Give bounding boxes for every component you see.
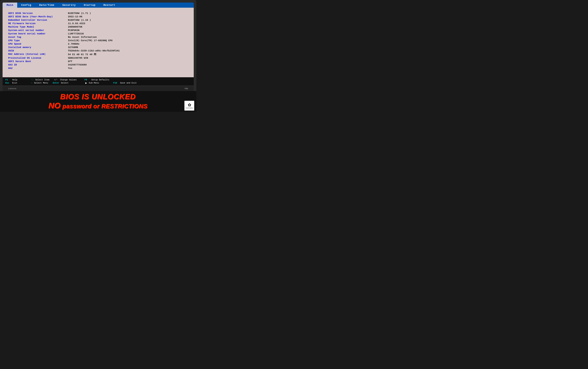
key-f1: F1 <box>5 79 10 81</box>
desc-submenu: Sub-Menu <box>89 82 112 84</box>
password-text: password or RESTRICTIONS <box>61 103 148 110</box>
table-row: System board serial number L1HF77Z021K <box>8 32 188 36</box>
table-row: Embedded Controller Version N1EHT38W (1.… <box>8 19 188 22</box>
table-row: CPU Speed 2.700GHz <box>8 42 188 46</box>
value-mac-address: 54 E1 AD 61 72 49 問 <box>68 53 96 56</box>
label-select-menu: Select Menu <box>34 82 51 84</box>
table-row: UEFI BIOS Date (Year-Month-Day) 2022-12-… <box>8 15 188 19</box>
value-system-board-serial: L1HF77Z021K <box>68 32 84 35</box>
value-oa2: Yes <box>68 67 72 70</box>
label-cpu-type: CPU Type <box>8 39 68 42</box>
key-esc: Esc <box>5 82 10 84</box>
table-row: System-unit serial number PC0PU03N <box>8 29 188 32</box>
table-row: MAC Address (Internal LAN) 54 E1 AD 61 7… <box>8 52 188 56</box>
label-mac-address: MAC Address (Internal LAN) <box>8 53 68 56</box>
sep-plusminus: +/- <box>54 79 58 81</box>
overlay-container: BIOS IS UNLOCKED NO password or RESTRICT… <box>0 91 196 112</box>
key-f10: F10 <box>113 82 118 84</box>
bios-nav: Main Config Date/Time Security Startup R… <box>2 2 194 8</box>
desc-select: Select <box>61 82 84 84</box>
table-row: UUID f828eb4c-3239-11b2-a85c-90cfb239f24… <box>8 49 188 52</box>
label-oa3-id: OA3 ID <box>8 64 68 66</box>
label-machine-type: Machine Type Model <box>8 26 68 28</box>
label-uuid: UUID <box>8 50 68 52</box>
label-ec-version: Embedded Controller Version <box>8 19 68 21</box>
value-secure-boot: Off <box>68 60 72 63</box>
label-installed-memory: Installed memory <box>8 46 68 49</box>
value-cpu-speed: 2.700GHz <box>68 43 80 45</box>
value-installed-memory: 32768MB <box>68 46 78 49</box>
label-asset-tag: Asset Tag <box>8 36 68 39</box>
bios-screen: Main Config Date/Time Security Startup R… <box>2 2 194 86</box>
table-row: UEFI Secure Boot Off <box>8 60 188 63</box>
table-row: Machine Type Model 20EN0007UK <box>8 25 188 29</box>
flower-icon: ✿ <box>188 103 191 107</box>
no-text: NO <box>49 101 61 110</box>
value-uuid: f828eb4c-3239-11b2-a85c-90cfb239f241 <box>68 50 120 52</box>
table-row: OA3 ID 3425077783689 <box>8 63 188 67</box>
label-exit: Exit <box>12 82 29 84</box>
label-select-item: Select Item <box>35 79 52 81</box>
laptop-bottom-bar: Lenovo P50 <box>2 86 194 91</box>
key-enter: Enter <box>53 82 59 84</box>
value-asset-tag: No Asset Information <box>68 36 97 39</box>
table-row: OA2 Yes <box>8 67 188 70</box>
arrow-updown: ↑↓ <box>31 79 33 81</box>
hint-row-2: Esc Exit ↔ Select Menu Enter Select ▶ Su… <box>5 82 191 84</box>
nav-security[interactable]: Security <box>58 2 80 8</box>
desc-change-values: Change Values <box>60 79 83 81</box>
value-machine-type: 20EN0007UK <box>68 26 82 28</box>
desc-setup-defaults: Setup Defaults <box>91 79 109 81</box>
arrow-leftright: ↔ <box>31 82 32 84</box>
value-cpu-type: Intel(R) Core(TM) i7-6820HQ CPU <box>68 39 113 42</box>
table-row: Installed memory 32768MB <box>8 46 188 49</box>
nav-config[interactable]: Config <box>17 2 35 8</box>
value-me-firmware: 11.8.93.4323 <box>68 22 85 25</box>
table-row: Asset Tag No Asset Information <box>8 36 188 39</box>
table-row: UEFI BIOS Version N1EET98W (1.71 ) <box>8 12 188 15</box>
bios-main-content: UEFI BIOS Version N1EET98W (1.71 ) UEFI … <box>2 8 194 77</box>
label-oa2: OA2 <box>8 67 68 70</box>
value-uefi-bios-date: 2022-12-06 <box>68 15 82 18</box>
laptop-outer: Main Config Date/Time Security Startup R… <box>0 0 196 91</box>
value-oa3-id: 3425077783689 <box>68 64 87 66</box>
desc-save-exit: Save and Exit <box>120 82 137 84</box>
nav-main[interactable]: Main <box>2 2 17 8</box>
nav-restart[interactable]: Restart <box>99 2 119 8</box>
triangle-icon: ▶ <box>85 82 87 84</box>
overlay-section: BIOS IS UNLOCKED NO password or RESTRICT… <box>0 91 196 112</box>
nav-startup[interactable]: Startup <box>80 2 100 8</box>
nav-datetime[interactable]: Date/Time <box>35 2 58 8</box>
hint-row-1: F1 Help ↑↓ Select Item +/- Change Values… <box>5 79 191 81</box>
label-system-unit-serial: System-unit serial number <box>8 29 68 32</box>
label-me-firmware: ME Firmware Version <box>8 22 68 25</box>
key-f9: F9 <box>84 79 90 81</box>
label-secure-boot: UEFI Secure Boot <box>8 60 68 63</box>
logo-text: ThinkPadMike <box>186 107 193 109</box>
bios-unlocked-text: BIOS IS UNLOCKED <box>1 93 195 101</box>
value-ec-version: N1EHT38W (1.18 ) <box>68 19 91 21</box>
laptop-model-label: P50 <box>185 88 188 90</box>
value-preinstalled-os: SDK0J40705 WIN <box>68 57 88 59</box>
thinkpadmike-logo: ✿ ThinkPadMike <box>184 101 194 111</box>
label-system-board-serial: System board serial number <box>8 32 68 35</box>
label-help: Help <box>12 79 29 81</box>
no-password-text: NO password or RESTRICTIONS <box>1 101 195 110</box>
label-cpu-speed: CPU Speed <box>8 43 68 45</box>
label-preinstalled-os: Preinstalled OS License <box>8 57 68 59</box>
table-row: CPU Type Intel(R) Core(TM) i7-6820HQ CPU <box>8 39 188 42</box>
label-uefi-bios-date: UEFI BIOS Date (Year-Month-Day) <box>8 15 68 18</box>
table-row: ME Firmware Version 11.8.93.4323 <box>8 22 188 25</box>
bios-hint-bar: F1 Help ↑↓ Select Item +/- Change Values… <box>2 77 194 86</box>
laptop-brand-label: Lenovo <box>8 87 17 90</box>
label-uefi-bios-version: UEFI BIOS Version <box>8 12 68 15</box>
table-row: Preinstalled OS License SDK0J40705 WIN <box>8 56 188 60</box>
bios-info-table: UEFI BIOS Version N1EET98W (1.71 ) UEFI … <box>8 12 188 70</box>
value-system-unit-serial: PC0PU03N <box>68 29 80 32</box>
value-uefi-bios-version: N1EET98W (1.71 ) <box>68 12 91 15</box>
